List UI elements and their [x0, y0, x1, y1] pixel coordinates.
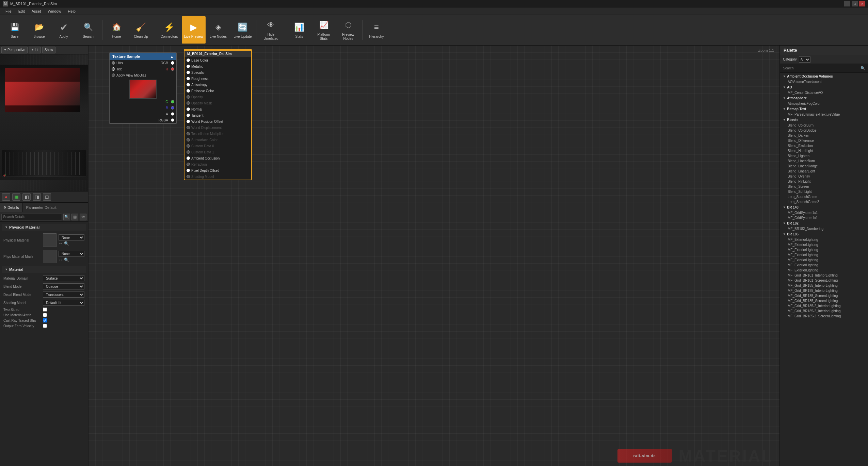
- output-zero-checkbox[interactable]: [43, 324, 47, 328]
- show-button[interactable]: Show: [42, 47, 55, 53]
- two-sided-checkbox[interactable]: [43, 307, 47, 312]
- tree-item[interactable]: Blend_Exclusion: [780, 143, 868, 148]
- vp-btn-1[interactable]: ●: [2, 193, 10, 201]
- decal-blend-mode-select[interactable]: Translucent: [43, 292, 84, 298]
- tree-item[interactable]: MF_Grid_BR185-2_InteriorLighting: [780, 303, 868, 309]
- minimize-button[interactable]: ─: [844, 1, 850, 6]
- tree-item[interactable]: MF_Grid_BR101_ScreenLighting: [780, 278, 868, 283]
- cleanup-button[interactable]: 🧹 Clean Up: [129, 16, 153, 44]
- tree-item[interactable]: MF_Grid_BR101_InteriorLighting: [780, 273, 868, 278]
- stats-button[interactable]: 📊 Stats: [287, 16, 311, 44]
- vp-btn-4[interactable]: ◨: [33, 193, 41, 201]
- home-button[interactable]: 🏠 Home: [105, 16, 128, 44]
- menu-asset[interactable]: Asset: [28, 9, 45, 14]
- tree-item[interactable]: Blend_Screen: [780, 184, 868, 189]
- tree-category[interactable]: BR 143: [780, 204, 868, 210]
- tree-category[interactable]: Ambient Occlusion Volumes: [780, 73, 868, 79]
- vp-btn-5[interactable]: ⊡: [43, 193, 51, 201]
- vp-btn-3[interactable]: ◧: [22, 193, 31, 201]
- maximize-button[interactable]: □: [852, 1, 858, 6]
- vp-btn-2[interactable]: ▣: [12, 193, 20, 201]
- menu-edit[interactable]: Edit: [15, 9, 28, 14]
- phys-material-swatch[interactable]: [43, 233, 57, 247]
- phys-material-mask-arrow-btn[interactable]: ↔: [59, 257, 63, 262]
- tree-item[interactable]: Blend_SoftLight: [780, 189, 868, 194]
- tree-category[interactable]: Atmosphere: [780, 95, 868, 101]
- tree-item[interactable]: Blend_Lighten: [780, 153, 868, 159]
- material-domain-select[interactable]: Surface: [43, 275, 84, 281]
- tree-item[interactable]: Blend_ColorBurn: [780, 123, 868, 128]
- tree-item[interactable]: Blend_LinearLight: [780, 169, 868, 174]
- details-search-filter[interactable]: 👁: [80, 214, 86, 220]
- shading-model-select[interactable]: Default Lit: [43, 300, 84, 306]
- tree-item[interactable]: MF_Grid_BR185-2_InteriorLighting: [780, 309, 868, 314]
- phys-material-find-btn[interactable]: 🔍: [64, 241, 69, 246]
- tree-item[interactable]: MF_Grid_BR185-2_ScreenLighting: [780, 314, 868, 319]
- tree-item[interactable]: Blend_Difference: [780, 138, 868, 143]
- palette-category-select[interactable]: All: [799, 56, 810, 63]
- tree-item[interactable]: MF_CenterDistanceAO: [780, 90, 868, 95]
- tree-item[interactable]: MF_ExteriorLighting: [780, 257, 868, 263]
- tree-item[interactable]: MF_GridSystem1x1: [780, 215, 868, 220]
- connectors-button[interactable]: ⚡ Connectors: [157, 16, 181, 44]
- phys-material-arrow-btn[interactable]: ↔: [59, 241, 63, 246]
- livenodes-button[interactable]: ◈ Live Nodes: [206, 16, 230, 44]
- details-search-grid[interactable]: ▦: [71, 214, 78, 220]
- save-button[interactable]: 💾 Save: [3, 16, 27, 44]
- tree-item[interactable]: MF_BR182_Numbering: [780, 226, 868, 231]
- tree-category[interactable]: AO: [780, 84, 868, 90]
- hideunrelated-button[interactable]: 👁 Hide Unrelated: [259, 16, 283, 44]
- browse-button[interactable]: 📂 Browse: [27, 16, 51, 44]
- tree-item[interactable]: MF_ExteriorLighting: [780, 252, 868, 257]
- tree-item[interactable]: MF_ExteriorLighting: [780, 237, 868, 242]
- tree-item[interactable]: MF_ParseBitmapTextTextureValue: [780, 112, 868, 117]
- phys-material-dropdown[interactable]: None: [59, 234, 84, 240]
- platformstats-button[interactable]: 📈 Platform Stats: [312, 16, 336, 44]
- apply-button[interactable]: ✔ Apply: [52, 16, 76, 44]
- tree-item[interactable]: Blend_ColorDodge: [780, 128, 868, 133]
- liveupdate-button[interactable]: 🔄 Live Update: [231, 16, 255, 44]
- tree-item[interactable]: MF_ExteriorLighting: [780, 242, 868, 247]
- viewport-canvas[interactable]: + ↑: [0, 54, 88, 191]
- tree-item[interactable]: Blend_PinLight: [780, 179, 868, 184]
- tree-item[interactable]: Blend_LinearBurn: [780, 159, 868, 164]
- tree-item[interactable]: MF_Grid_BR185_InteriorLighting: [780, 288, 868, 293]
- material-output-node[interactable]: M_BR101_Exterior_RailSim Base Color Meta…: [184, 49, 252, 180]
- phys-material-mask-dropdown[interactable]: None: [59, 251, 84, 257]
- tree-category[interactable]: BR 185: [780, 231, 868, 237]
- blend-mode-select[interactable]: Opaque: [43, 283, 84, 289]
- tree-item[interactable]: MF_Grid_BR185_ScreenLighting: [780, 293, 868, 298]
- details-search-submit[interactable]: 🔍: [63, 214, 70, 220]
- phys-material-mask-find-btn[interactable]: 🔍: [64, 257, 69, 262]
- tree-item[interactable]: MF_Grid_BR185_ScreenLighting: [780, 298, 868, 303]
- menu-file[interactable]: File: [2, 9, 15, 14]
- texture-sample-node[interactable]: Texture Sample ▲ UVs RGB Tex R Apply Vie…: [109, 52, 177, 124]
- tree-item[interactable]: MF_ExteriorLighting: [780, 247, 868, 252]
- tree-item[interactable]: Blend_LinearDodge: [780, 164, 868, 169]
- palette-search-input[interactable]: [782, 66, 859, 71]
- search-button[interactable]: 🔍 Search: [76, 16, 100, 44]
- tree-item[interactable]: MF_Grid_BR185_InteriorLighting: [780, 283, 868, 288]
- tree-item[interactable]: AtmosphericFogColor: [780, 101, 868, 106]
- phys-material-mask-swatch[interactable]: [43, 250, 57, 263]
- previewnodes-button[interactable]: ⬡ Preview Nodes: [336, 16, 360, 44]
- tree-item[interactable]: Blend_HardLight: [780, 148, 868, 153]
- tree-category[interactable]: Bitmap Text: [780, 106, 868, 112]
- tree-item[interactable]: AOVolumeTranslucent: [780, 79, 868, 84]
- tree-item[interactable]: Lerp_ScratchGrime: [780, 194, 868, 199]
- palette-search-icon[interactable]: 🔍: [859, 66, 867, 70]
- tree-item[interactable]: Blend_Darken: [780, 133, 868, 138]
- use-material-checkbox[interactable]: [43, 313, 47, 317]
- close-button[interactable]: ✕: [859, 1, 865, 6]
- cast-ray-traced-checkbox[interactable]: [43, 318, 47, 322]
- hierarchy-button[interactable]: ≡ Hierarchy: [365, 16, 388, 44]
- tab-details[interactable]: ⚙ Details: [0, 203, 23, 212]
- node-editor[interactable]: Zoom 1:1 Texture Sample ▲ UVs RGB Tex R: [89, 46, 779, 466]
- tree-item[interactable]: Lerp_ScratchGrime2: [780, 199, 868, 204]
- tree-item[interactable]: MF_GridSystem1x1: [780, 210, 868, 215]
- node-collapse-btn[interactable]: ▲: [170, 55, 174, 59]
- menu-help[interactable]: Help: [64, 9, 79, 14]
- tree-item[interactable]: Blend_Overlay: [780, 174, 868, 179]
- menu-window[interactable]: Window: [44, 9, 64, 14]
- tree-item[interactable]: MF_ExteriorLighting: [780, 263, 868, 268]
